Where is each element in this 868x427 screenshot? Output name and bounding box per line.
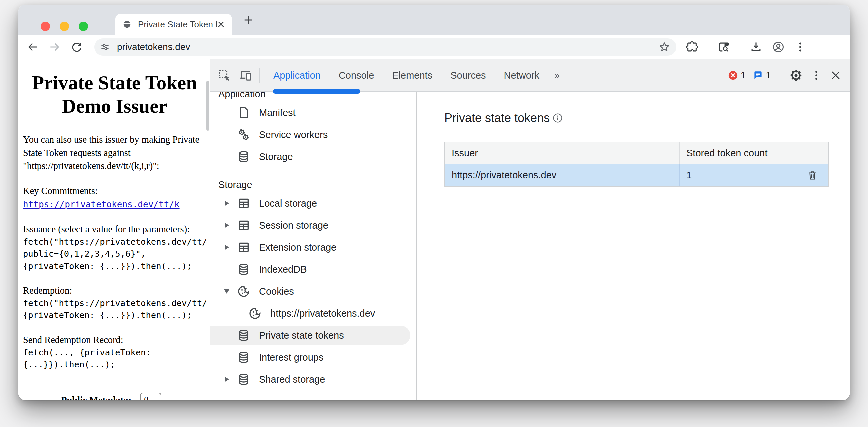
device-toolbar-icon[interactable] — [239, 69, 252, 82]
public-metadata-input[interactable]: 0 — [140, 393, 161, 400]
browser-tab[interactable]: Private State Token Demo — [115, 14, 232, 35]
key-commitments-block: Key Commitments: https://privatetokens.d… — [23, 184, 206, 211]
issuance-code-line: fetch("https://privatetokens.dev/tt/ — [23, 236, 206, 248]
chevron-right-icon[interactable] — [225, 223, 229, 228]
chevron-right-icon[interactable] — [225, 245, 229, 250]
message-icon — [753, 70, 763, 80]
document-icon — [237, 106, 250, 119]
new-tab-button[interactable] — [242, 14, 254, 26]
window-content: Private State Token Demo Issuer You can … — [18, 59, 850, 400]
send-rr-label: Send Redemption Record: — [23, 333, 206, 346]
toolbar-actions — [686, 40, 806, 54]
sidebar-item-manifest[interactable]: Manifest — [210, 102, 416, 124]
cookie-icon — [237, 285, 250, 298]
globe-favicon-icon — [122, 19, 132, 29]
tab-elements[interactable]: Elements — [383, 59, 441, 91]
tab-application[interactable]: Application — [264, 59, 330, 91]
public-metadata-row: Public Metadata: 0 — [61, 393, 161, 400]
issuance-code-line: {privateToken: {...}}).then(...); — [23, 260, 206, 272]
column-header-actions — [796, 142, 828, 164]
send-rr-code-line: {...}}).then(...); — [23, 358, 206, 370]
public-metadata-label: Public Metadata: — [61, 395, 131, 400]
sidebar-item-extension-storage[interactable]: Extension storage — [210, 236, 416, 258]
url-bar[interactable]: privatetokens.dev — [94, 38, 676, 56]
sidebar-item-cookies[interactable]: Cookies — [210, 280, 416, 302]
key-commitments-label: Key Commitments: — [23, 184, 206, 197]
database-icon — [237, 150, 250, 163]
console-errors-badge[interactable]: 1 — [728, 70, 746, 81]
sidebar-item-session-storage[interactable]: Session storage — [210, 214, 416, 236]
forward-icon[interactable] — [48, 41, 61, 53]
fullscreen-window-button[interactable] — [79, 22, 88, 31]
send-rr-code-line: fetch(..., {privateToken: — [23, 346, 206, 358]
bookmark-star-icon[interactable] — [658, 41, 670, 53]
sidebar-item-private-state-tokens[interactable]: Private state tokens — [210, 324, 416, 346]
browser-toolbar: privatetokens.dev — [18, 35, 850, 59]
traffic-lights — [41, 22, 88, 31]
toolbar-divider — [740, 41, 740, 53]
panel-title: Private state tokens — [444, 111, 550, 125]
inspect-element-icon[interactable] — [218, 69, 231, 82]
sidebar-section-storage: Storage — [210, 177, 416, 192]
application-sidebar: Application Manifest — [210, 92, 417, 400]
database-icon — [237, 263, 250, 276]
private-state-tokens-panel: Private state tokens Issuer Stored token… — [417, 92, 850, 400]
devtools-tabs: Application Console Elements Sources Net… — [264, 59, 566, 91]
delete-trash-icon[interactable] — [807, 170, 818, 181]
sidebar-item-indexeddb[interactable]: IndexedDB — [210, 258, 416, 280]
tab-console[interactable]: Console — [330, 59, 383, 91]
column-header-count[interactable]: Stored token count — [680, 142, 796, 164]
redemption-block: Redemption: fetch("https://privatetokens… — [23, 284, 206, 321]
minimize-window-button[interactable] — [60, 22, 69, 31]
webpage: Private State Token Demo Issuer You can … — [18, 59, 210, 400]
side-panel-search-icon[interactable] — [718, 41, 730, 53]
browser-window: Private State Token Demo — [18, 5, 850, 400]
send-rr-block: Send Redemption Record: fetch(..., {priv… — [23, 333, 206, 371]
devtools-settings-gear-icon[interactable] — [789, 68, 803, 82]
key-commitments-link[interactable]: https://privatetokens.dev/tt/k — [23, 199, 180, 209]
tab-network[interactable]: Network — [495, 59, 548, 91]
tab-sources[interactable]: Sources — [441, 59, 495, 91]
gears-icon — [237, 128, 250, 141]
redemption-code-line: fetch("https://privatetokens.dev/tt/ — [23, 297, 206, 309]
column-header-issuer[interactable]: Issuer — [445, 142, 680, 164]
chevron-right-icon[interactable] — [225, 201, 229, 206]
profile-icon[interactable] — [772, 40, 785, 54]
devtools-close-icon[interactable] — [830, 69, 842, 81]
more-tabs-chevron-icon[interactable]: » — [548, 59, 566, 91]
reload-icon[interactable] — [70, 41, 83, 53]
url-text[interactable]: privatetokens.dev — [117, 42, 658, 52]
console-messages-badge[interactable]: 1 — [753, 70, 771, 81]
chevron-down-icon[interactable] — [224, 289, 229, 294]
redemption-label: Redemption: — [23, 284, 206, 297]
sidebar-item-service-workers[interactable]: Service workers — [210, 124, 416, 146]
issuance-block: Issuance (select a value for the paramet… — [23, 223, 206, 272]
devtools-menu-icon[interactable] — [810, 69, 822, 81]
browser-menu-icon[interactable] — [794, 41, 806, 53]
database-icon — [237, 351, 250, 364]
chevron-right-icon[interactable] — [225, 377, 229, 382]
sidebar-item-interest-groups[interactable]: Interest groups — [210, 346, 416, 368]
table-row-actions-cell — [796, 164, 828, 186]
close-window-button[interactable] — [41, 22, 50, 31]
sidebar-item-local-storage[interactable]: Local storage — [210, 192, 416, 214]
table-row-issuer-cell[interactable]: https://privatetokens.dev — [445, 164, 680, 186]
sidebar-item-shared-storage[interactable]: Shared storage — [210, 368, 416, 390]
devtools-toolbar-divider — [259, 68, 260, 83]
titlebar: Private State Token Demo — [18, 5, 850, 35]
intro-paragraph: You can also use this issuer by making P… — [23, 133, 206, 172]
sidebar-item-storage[interactable]: Storage — [210, 146, 416, 168]
page-scrollbar[interactable] — [206, 81, 209, 131]
devtools-toolbar-divider — [780, 68, 780, 83]
tab-close-icon[interactable] — [217, 20, 225, 29]
table-row-count-cell[interactable]: 1 — [680, 164, 796, 186]
sidebar-item-cookie-origin[interactable]: https://privatetokens.dev — [210, 302, 416, 324]
error-icon — [728, 70, 738, 80]
site-settings-tune-icon[interactable] — [100, 42, 110, 52]
extensions-icon[interactable] — [686, 41, 698, 53]
downloads-icon[interactable] — [750, 41, 762, 53]
issuance-code-line: public={0,1,2,3,4,5,6}", — [23, 248, 206, 260]
info-icon[interactable] — [552, 113, 563, 123]
back-icon[interactable] — [26, 41, 39, 53]
database-icon — [237, 329, 250, 342]
